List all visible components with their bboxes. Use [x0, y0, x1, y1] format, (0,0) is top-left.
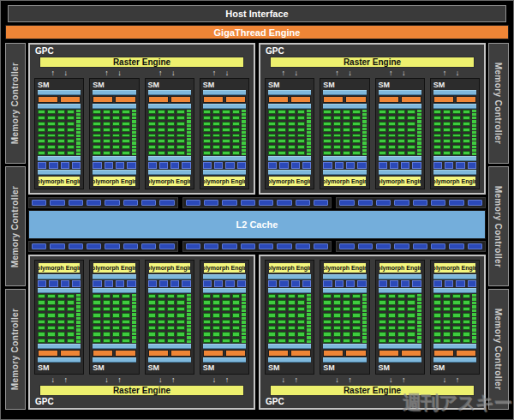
core-cell: [268, 307, 276, 311]
core-cell: [232, 332, 240, 336]
side-unit-column: [417, 110, 421, 155]
arrow-pair-icon: ↑ ↓: [88, 69, 142, 77]
core-cell: [452, 134, 460, 138]
side-unit-cell: [187, 313, 191, 315]
pipeline-bar: [379, 170, 421, 175]
core-cell: [278, 134, 285, 138]
gpc-block: GPCRaster Engine↑ ↓↑ ↓↑ ↓↑ ↓SMPolymorph …: [259, 43, 486, 195]
side-unit-cell: [307, 149, 311, 152]
pipeline-bar: [148, 288, 191, 293]
texture-block: [148, 162, 157, 169]
side-unit-cell: [472, 325, 476, 327]
arrow-pair-icon: ↑ ↓: [426, 69, 480, 77]
side-unit-cell: [242, 110, 246, 112]
core-cell: [167, 145, 175, 149]
memory-interface-block: [159, 200, 174, 206]
core-cell: [343, 116, 350, 120]
pipeline-bar: [93, 344, 135, 349]
core-cell: [148, 116, 156, 120]
side-unit-cell: [417, 117, 421, 119]
core-cell: [212, 294, 220, 298]
core-cell: [176, 110, 184, 114]
texture-block: [38, 280, 46, 287]
texture-row: [379, 162, 421, 169]
core-cell: [57, 307, 65, 311]
memory-controller-label: Memory Controller: [11, 62, 21, 144]
core-cell: [388, 134, 396, 138]
side-unit-cell: [417, 128, 421, 130]
core-cell: [203, 320, 211, 324]
core-cell: [333, 326, 341, 330]
core-cell: [352, 139, 360, 143]
core-cell: [443, 326, 451, 330]
core-cell: [268, 122, 276, 126]
scheduler-block: [170, 350, 191, 357]
raster-engine: Raster Engine: [270, 57, 475, 68]
core-cell: [443, 128, 451, 132]
core-cell: [352, 294, 360, 298]
side-unit-cell: [417, 135, 421, 137]
core-cell: [93, 332, 100, 336]
core-grid: [148, 294, 185, 343]
memory-controller-label: Memory Controller: [494, 62, 504, 144]
side-unit-cell: [472, 128, 476, 130]
core-cell: [167, 116, 175, 120]
memory-interface-block: [241, 243, 255, 249]
side-unit-cell: [417, 309, 421, 312]
core-cell: [38, 313, 45, 317]
core-cell: [288, 110, 296, 114]
side-unit-cell: [187, 333, 191, 335]
texture-block: [268, 162, 277, 169]
arrow-pair-icon: ↑ ↓: [142, 69, 196, 77]
main-area: Memory ControllerMemory ControllerMemory…: [5, 43, 509, 410]
pipeline-bar: [148, 344, 191, 349]
side-unit-cell: [362, 317, 367, 320]
core-cell: [67, 122, 75, 126]
core-cell: [288, 134, 296, 138]
core-cell: [343, 128, 350, 132]
core-cell: [352, 307, 360, 311]
side-unit-cell: [76, 309, 81, 312]
core-cell: [407, 313, 415, 317]
core-cell: [288, 332, 296, 336]
core-cell: [288, 307, 296, 311]
scheduler-block: [323, 96, 344, 103]
core-cell: [278, 320, 285, 324]
core-area: [323, 294, 366, 343]
core-cell: [122, 326, 129, 330]
core-cell: [93, 294, 100, 298]
scheduler-block: [203, 350, 224, 357]
pipeline-bar: [148, 156, 191, 161]
pipeline-bar: [433, 274, 476, 279]
side-unit-cell: [132, 131, 136, 134]
core-cell: [268, 313, 276, 317]
core-cell: [93, 326, 100, 330]
core-cell: [222, 134, 230, 138]
core-cell: [232, 139, 240, 143]
core-cell: [112, 139, 120, 143]
scheduler-row: [38, 350, 81, 357]
core-cell: [433, 122, 441, 126]
polymorph-engine: Polymorph Engine: [268, 262, 311, 273]
side-unit-cell: [417, 113, 421, 116]
core-cell: [103, 122, 111, 126]
side-unit-column: [307, 294, 311, 343]
arrow-pair-icon: ↑ ↓: [34, 69, 88, 77]
core-cell: [148, 128, 156, 132]
core-area: [268, 294, 311, 343]
core-cell: [463, 294, 470, 298]
memory-interface-block: [141, 243, 156, 249]
core-cell: [47, 122, 55, 126]
texture-block: [390, 162, 398, 169]
core-cell: [203, 145, 211, 149]
texture-block: [401, 280, 409, 287]
side-unit-cell: [472, 333, 476, 335]
side-unit-cell: [417, 153, 421, 155]
memory-interface-block: [204, 200, 218, 206]
side-unit-cell: [187, 305, 191, 308]
core-area: [38, 110, 81, 155]
core-cell: [433, 116, 441, 120]
memory-interface-block: [141, 200, 156, 206]
core-cell: [167, 294, 175, 298]
core-cell: [103, 139, 111, 143]
